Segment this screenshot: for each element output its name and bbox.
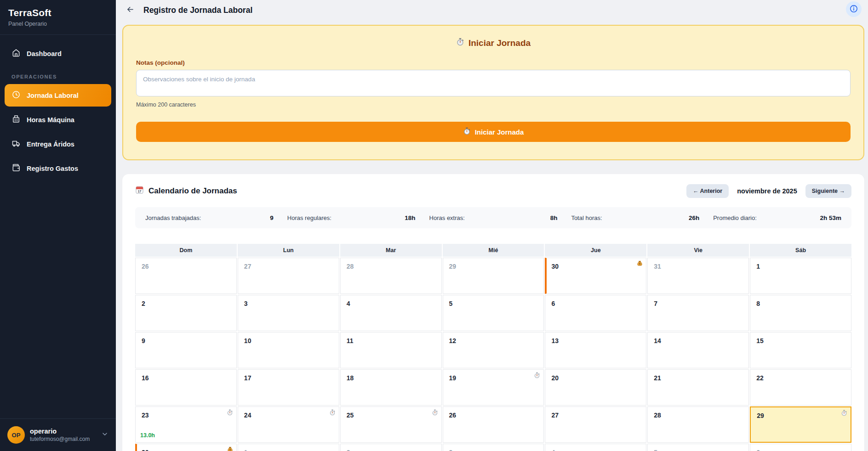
calendar-day-cell[interactable]: 21 bbox=[647, 369, 749, 406]
sidebar-item-registro-gastos[interactable]: Registro Gastos bbox=[5, 157, 111, 180]
calendar-day-cell[interactable]: 6 bbox=[545, 295, 646, 331]
day-number: 28 bbox=[654, 412, 661, 419]
calendar-day-cell[interactable]: 18 bbox=[340, 369, 442, 406]
arrow-left-icon bbox=[126, 5, 135, 15]
sidebar-item-label: Jornada Laboral bbox=[27, 92, 79, 99]
chevron-down-icon bbox=[101, 430, 108, 440]
calendar-day-cell[interactable]: 29 bbox=[443, 258, 544, 294]
calendar-day-cell[interactable]: 26 bbox=[443, 406, 544, 443]
stat-label: Promedio diario: bbox=[713, 214, 757, 221]
stat-value: 26h bbox=[689, 214, 699, 221]
stat-value: 9 bbox=[270, 214, 274, 221]
calendar-day-cell[interactable]: 7 bbox=[647, 295, 749, 331]
back-button[interactable] bbox=[122, 2, 138, 18]
calendar-day-cell[interactable]: 3 bbox=[238, 295, 339, 331]
stat-value: 2h 53m bbox=[820, 214, 841, 221]
day-number: 20 bbox=[551, 374, 559, 382]
notes-label: Notas (opcional) bbox=[136, 59, 851, 66]
calendar-day-cell[interactable]: 15 bbox=[750, 332, 851, 368]
calendar-day-cell[interactable]: 31 bbox=[647, 258, 749, 294]
sidebar-item-label: Horas Máquina bbox=[27, 116, 74, 124]
calendar-day-cell[interactable]: 16 bbox=[135, 369, 237, 406]
day-number: 28 bbox=[347, 263, 354, 270]
day-number: 24 bbox=[244, 412, 251, 419]
day-number: 6 bbox=[756, 449, 760, 451]
info-button[interactable] bbox=[846, 1, 862, 17]
calendar-weekday: Sáb bbox=[750, 244, 851, 257]
day-number: 26 bbox=[142, 263, 149, 270]
calendar-day-cell[interactable]: 19 bbox=[443, 369, 544, 406]
calendar-day-cell[interactable]: 1 bbox=[750, 258, 851, 294]
sidebar-item-dashboard[interactable]: Dashboard bbox=[5, 42, 111, 65]
user-info: operario tuteformoso@gmail.com bbox=[30, 428, 90, 442]
day-number: 14 bbox=[654, 337, 661, 344]
calendar-day-cell[interactable]: 28 bbox=[340, 258, 442, 294]
stopwatch-icon bbox=[463, 127, 471, 136]
day-number: 8 bbox=[756, 300, 760, 307]
next-month-button[interactable]: Siguiente → bbox=[805, 184, 851, 198]
calendar-day-cell[interactable]: 4 bbox=[340, 295, 442, 331]
calendar-day-cell[interactable]: 22 bbox=[750, 369, 851, 406]
calendar-day-cell[interactable]: 27 bbox=[545, 406, 646, 443]
day-number: 26 bbox=[449, 412, 457, 419]
calendar-day-cell[interactable]: 5 bbox=[443, 295, 544, 331]
calendar-day-cell[interactable]: 6 bbox=[750, 444, 851, 451]
day-number: 15 bbox=[756, 337, 764, 344]
user-menu[interactable]: OP operario tuteformoso@gmail.com bbox=[0, 418, 116, 451]
calendar-day-cell[interactable]: 20 bbox=[545, 369, 646, 406]
calendar-weekday: Vie bbox=[647, 244, 749, 257]
calendar-day-cell[interactable]: 12 bbox=[443, 332, 544, 368]
sidebar-item-jornada-laboral[interactable]: Jornada Laboral bbox=[5, 84, 111, 107]
calendar-day-cell[interactable]: 9 bbox=[135, 332, 237, 368]
calendar-day-cell[interactable]: 2 bbox=[135, 295, 237, 331]
calendar-day-cell[interactable]: 5 bbox=[647, 444, 749, 451]
day-number: 4 bbox=[347, 300, 350, 307]
sidebar-item-entrega-aridos[interactable]: Entrega Áridos bbox=[5, 133, 111, 155]
day-number: 27 bbox=[244, 263, 251, 270]
svg-text:$: $ bbox=[639, 262, 640, 265]
calendar-day-cell[interactable]: 24 bbox=[238, 406, 339, 443]
calendar-day-cell[interactable]: 17 bbox=[238, 369, 339, 406]
calendar-day-cell[interactable]: 26 bbox=[135, 258, 237, 294]
calendar-day-cell[interactable]: 1 bbox=[238, 444, 339, 451]
calendar-day-cell[interactable]: 10 bbox=[238, 332, 339, 368]
start-jornada-button[interactable]: Iniciar Jornada bbox=[136, 122, 851, 142]
stopwatch-icon bbox=[841, 410, 847, 416]
calendar-day-cell[interactable]: 29 bbox=[750, 406, 851, 443]
clock-icon bbox=[11, 90, 21, 101]
stopwatch-icon bbox=[227, 409, 233, 416]
calendar-day-cell[interactable]: 14 bbox=[647, 332, 749, 368]
day-number: 30 bbox=[551, 263, 559, 270]
calendar-day-cell[interactable]: 2313.0h bbox=[135, 406, 237, 443]
day-number: 21 bbox=[654, 374, 661, 382]
calendar-day-cell[interactable]: 30$ bbox=[135, 444, 237, 451]
calendar-day-cell[interactable]: 8 bbox=[750, 295, 851, 331]
day-number: 4 bbox=[551, 449, 555, 451]
calendar-day-cell[interactable]: 3 bbox=[443, 444, 544, 451]
day-number: 11 bbox=[347, 337, 354, 344]
calendar-day-cell[interactable]: 13 bbox=[545, 332, 646, 368]
sidebar-nav: Dashboard OPERACIONES Jornada Laboral Ho… bbox=[0, 35, 116, 189]
day-number: 27 bbox=[551, 412, 559, 419]
app-title: TerraSoft bbox=[8, 7, 108, 18]
notes-input[interactable] bbox=[136, 70, 851, 96]
calendar-day-cell[interactable]: 11 bbox=[340, 332, 442, 368]
calendar-day-cell[interactable]: 4 bbox=[545, 444, 646, 451]
day-number: 9 bbox=[142, 337, 145, 344]
calendar-day-cell[interactable]: 2 bbox=[340, 444, 442, 451]
calendar-day-cell[interactable]: 28 bbox=[647, 406, 749, 443]
day-number: 29 bbox=[757, 412, 764, 419]
day-number: 13 bbox=[551, 337, 559, 344]
money-bag-icon: $ bbox=[227, 446, 233, 451]
day-number: 31 bbox=[654, 263, 661, 270]
sidebar-item-horas-maquina[interactable]: Horas Máquina bbox=[5, 108, 111, 131]
stopwatch-icon bbox=[534, 372, 540, 378]
calendar-day-cell[interactable]: 30$ bbox=[545, 258, 646, 294]
stat-label: Jornadas trabajadas: bbox=[145, 214, 201, 221]
calendar-day-cell[interactable]: 25 bbox=[340, 406, 442, 443]
app-subtitle: Panel Operario bbox=[8, 21, 108, 27]
calendar-day-cell[interactable]: 27 bbox=[238, 258, 339, 294]
stopwatch-icon bbox=[456, 38, 464, 48]
previous-month-button[interactable]: ← Anterior bbox=[686, 184, 729, 198]
user-name: operario bbox=[30, 428, 90, 435]
